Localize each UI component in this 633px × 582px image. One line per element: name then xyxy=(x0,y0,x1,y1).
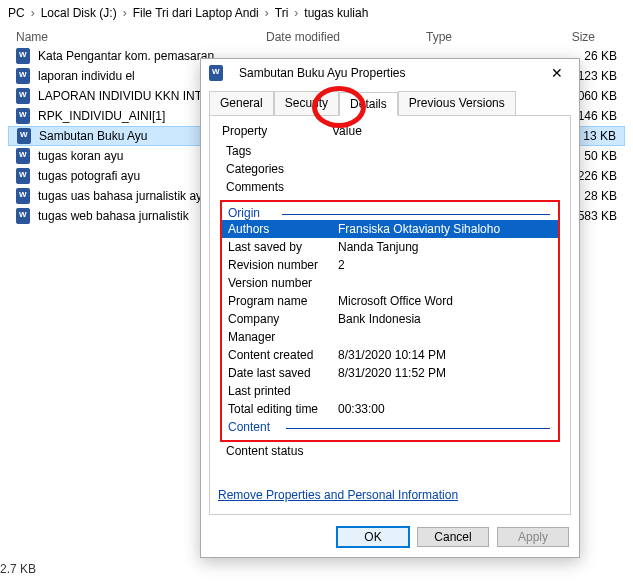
property-key: Version number xyxy=(228,276,338,290)
property-row[interactable]: Total editing time00:33:00 xyxy=(222,400,558,418)
word-icon xyxy=(16,188,30,204)
property-row[interactable]: Manager xyxy=(222,328,558,346)
property-key: Date last saved xyxy=(228,366,338,380)
word-icon xyxy=(16,68,30,84)
property-value: 00:33:00 xyxy=(338,402,385,416)
column-headers: Name Date modified Type Size xyxy=(0,26,633,46)
property-row[interactable]: Program nameMicrosoft Office Word xyxy=(222,292,558,310)
tabstrip: GeneralSecurityDetailsPrevious Versions xyxy=(201,87,579,115)
property-key: Authors xyxy=(228,222,338,236)
property-key: Company xyxy=(228,312,338,326)
col-type[interactable]: Type xyxy=(426,30,526,44)
col-size[interactable]: Size xyxy=(526,30,625,44)
property-row[interactable]: Last printed xyxy=(222,382,558,400)
breadcrumb-segment[interactable]: File Tri dari Laptop Andi xyxy=(133,6,259,20)
property-row[interactable]: Content status xyxy=(220,442,560,460)
property-key: Content status xyxy=(226,444,336,458)
property-row[interactable]: Tags xyxy=(220,142,560,160)
remove-properties-link[interactable]: Remove Properties and Personal Informati… xyxy=(218,488,458,502)
word-icon xyxy=(16,108,30,124)
property-key: Tags xyxy=(226,144,336,158)
property-value: Bank Indonesia xyxy=(338,312,421,326)
property-row[interactable]: Version number xyxy=(222,274,558,292)
close-icon[interactable]: ✕ xyxy=(543,65,571,81)
status-bar: 2.7 KB xyxy=(0,562,36,576)
annotation-box: OriginAuthorsFransiska Oktavianty Sihalo… xyxy=(220,200,560,442)
breadcrumb-segment[interactable]: tugas kuliah xyxy=(304,6,368,20)
property-row[interactable]: CompanyBank Indonesia xyxy=(222,310,558,328)
property-key: Total editing time xyxy=(228,402,338,416)
section-content: Content xyxy=(222,418,558,434)
word-icon xyxy=(16,88,30,104)
property-row[interactable]: Date last saved8/31/2020 11:52 PM xyxy=(222,364,558,382)
chevron-right-icon xyxy=(31,6,35,20)
chevron-right-icon xyxy=(123,6,127,20)
section-origin: Origin xyxy=(222,204,558,220)
breadcrumb-segment[interactable]: Local Disk (J:) xyxy=(41,6,117,20)
header-value: Value xyxy=(332,124,362,138)
tab-security[interactable]: Security xyxy=(274,91,339,115)
breadcrumb-segment[interactable]: Tri xyxy=(275,6,289,20)
property-value: Microsoft Office Word xyxy=(338,294,453,308)
tab-general[interactable]: General xyxy=(209,91,274,115)
remove-properties-link-row: Remove Properties and Personal Informati… xyxy=(216,482,564,508)
property-row[interactable]: Content created8/31/2020 10:14 PM xyxy=(222,346,558,364)
word-icon xyxy=(16,168,30,184)
property-key: Categories xyxy=(226,162,336,176)
properties-dialog: Sambutan Buku Ayu Properties ✕ GeneralSe… xyxy=(200,58,580,558)
col-date[interactable]: Date modified xyxy=(266,30,426,44)
header-property: Property xyxy=(222,124,332,138)
word-icon xyxy=(16,48,30,64)
property-row[interactable]: Comments xyxy=(220,178,560,196)
property-row[interactable]: AuthorsFransiska Oktavianty Sihaloho xyxy=(222,220,558,238)
property-value: Fransiska Oktavianty Sihaloho xyxy=(338,222,500,236)
property-key: Last printed xyxy=(228,384,338,398)
dialog-title: Sambutan Buku Ayu Properties xyxy=(239,66,535,80)
dialog-buttons: OK Cancel Apply xyxy=(201,521,579,557)
tab-body: Property Value TagsCategoriesCommentsOri… xyxy=(209,115,571,515)
property-key: Program name xyxy=(228,294,338,308)
property-value: Nanda Tanjung xyxy=(338,240,419,254)
property-row[interactable]: Categories xyxy=(220,160,560,178)
property-key: Comments xyxy=(226,180,336,194)
property-row[interactable]: Revision number2 xyxy=(222,256,558,274)
tab-details[interactable]: Details xyxy=(339,92,398,116)
property-key: Manager xyxy=(228,330,338,344)
word-icon xyxy=(17,128,31,144)
word-icon xyxy=(209,65,223,81)
cancel-button[interactable]: Cancel xyxy=(417,527,489,547)
chevron-right-icon xyxy=(265,6,269,20)
word-icon xyxy=(16,148,30,164)
property-row[interactable]: Last saved byNanda Tanjung xyxy=(222,238,558,256)
property-value: 8/31/2020 11:52 PM xyxy=(338,366,446,380)
property-list[interactable]: TagsCategoriesCommentsOriginAuthorsFrans… xyxy=(216,140,564,482)
word-icon xyxy=(16,208,30,224)
property-key: Content created xyxy=(228,348,338,362)
property-value: 8/31/2020 10:14 PM xyxy=(338,348,446,362)
titlebar[interactable]: Sambutan Buku Ayu Properties ✕ xyxy=(201,59,579,87)
breadcrumb[interactable]: PCLocal Disk (J:)File Tri dari Laptop An… xyxy=(0,0,633,26)
apply-button[interactable]: Apply xyxy=(497,527,569,547)
property-header: Property Value xyxy=(216,122,564,140)
property-key: Last saved by xyxy=(228,240,338,254)
chevron-right-icon xyxy=(294,6,298,20)
col-name[interactable]: Name xyxy=(16,30,266,44)
tab-previous-versions[interactable]: Previous Versions xyxy=(398,91,516,115)
property-value: 2 xyxy=(338,258,345,272)
breadcrumb-segment[interactable]: PC xyxy=(8,6,25,20)
ok-button[interactable]: OK xyxy=(337,527,409,547)
property-key: Revision number xyxy=(228,258,338,272)
